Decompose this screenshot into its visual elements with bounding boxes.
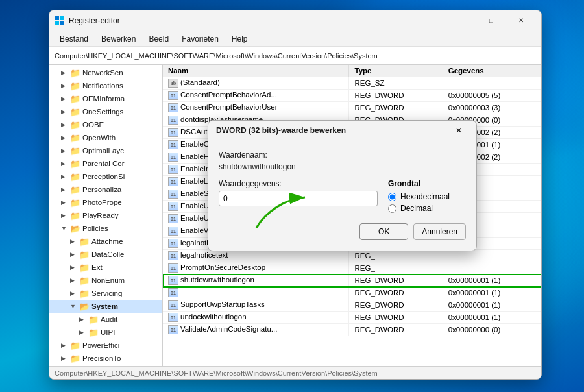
svg-rect-1 xyxy=(60,16,64,20)
table-row[interactable]: 01PromptOnSecureDesktopREG_ xyxy=(163,262,541,275)
tree-item-servicing[interactable]: ▶ 📁 Servicing xyxy=(49,287,162,300)
folder-icon: 📁 xyxy=(70,106,80,117)
waarde-gegevens-label: Waardegegevens: xyxy=(219,179,378,188)
folder-icon: 📁 xyxy=(70,158,80,169)
radio-hex[interactable] xyxy=(388,193,396,201)
radio-dec-label[interactable]: Decimaal xyxy=(388,204,466,213)
dialog-close-button[interactable]: ✕ xyxy=(449,123,468,138)
tree-item-oobe[interactable]: ▶ 📁 OOBE xyxy=(49,118,162,131)
waarde-gegevens-input[interactable] xyxy=(219,191,378,206)
tree-item-personaliza[interactable]: ▶ 📁 Personaliza xyxy=(49,183,162,196)
tree-item-optimallayc[interactable]: ▶ 📁 OptimalLayc xyxy=(49,144,162,157)
tree-label: System xyxy=(91,302,118,310)
table-row[interactable]: ab(Standaard)REG_SZ xyxy=(163,77,541,90)
cell-type: REG_DWORD xyxy=(349,287,443,299)
tree-label: Ext xyxy=(91,263,103,271)
waarde-naam-label: Waardenaam: xyxy=(219,151,466,160)
tree-item-datacolle[interactable]: ▶ 📁 DataColle xyxy=(49,248,162,261)
tree-item-policies[interactable]: ▼ 📂 Policies xyxy=(49,222,162,235)
table-row[interactable]: 01legalnoticetextREG_ xyxy=(163,250,541,262)
folder-icon: 📁 xyxy=(88,314,99,325)
chevron-icon: ▶ xyxy=(61,147,70,154)
tree-panel[interactable]: ▶ 📁 NetworkSen ▶ 📁 Notifications ▶ 📁 OEM… xyxy=(49,65,163,366)
tree-item-openwith[interactable]: ▶ 📁 OpenWith xyxy=(49,131,162,144)
cell-naam: 01shutdownwithoutlogon xyxy=(163,275,349,287)
svg-rect-3 xyxy=(60,21,64,25)
folder-icon: 📁 xyxy=(79,249,90,260)
cell-type: REG_SZ xyxy=(349,77,443,90)
tree-item-perception[interactable]: ▶ 📁 PerceptionSi xyxy=(49,170,162,183)
folder-icon: 📁 xyxy=(70,197,80,208)
tree-item-oeminforma[interactable]: ▶ 📁 OEMInforma xyxy=(49,92,162,105)
table-row[interactable]: 01ConsentPromptBehaviorUserREG_DWORD0x00… xyxy=(163,102,541,114)
cell-type: REG_DWORD xyxy=(349,90,443,102)
menu-favorieten[interactable]: Favorieten xyxy=(176,33,224,45)
tree-item-attachme[interactable]: ▶ 📁 Attachme xyxy=(49,235,162,248)
tree-item-system[interactable]: ▼ 📂 System xyxy=(49,300,162,313)
table-row[interactable]: 01undockwithoutlogonREG_DWORD0x00000001 … xyxy=(163,312,541,324)
chevron-icon: ▶ xyxy=(61,186,70,193)
tree-item-precisionto[interactable]: ▶ 📁 PrecisionTo xyxy=(49,352,162,365)
cell-naam: 01undockwithoutlogon xyxy=(163,312,349,324)
radio-hex-label[interactable]: Hexadecimaal xyxy=(388,192,466,201)
chevron-icon: ▶ xyxy=(61,82,70,89)
minimize-button[interactable]: — xyxy=(446,10,476,31)
folder-open-icon: 📂 xyxy=(70,223,80,234)
menu-help[interactable]: Help xyxy=(226,33,253,45)
tree-label: Notifications xyxy=(82,82,123,90)
cell-naam: ab(Standaard) xyxy=(163,77,349,90)
cell-type: REG_DWORD xyxy=(349,312,443,324)
tree-item-parental[interactable]: ▶ 📁 Parental Cor xyxy=(49,157,162,170)
tree-item-networksense[interactable]: ▶ 📁 NetworkSen xyxy=(49,66,162,79)
table-row[interactable]: 01ValidateAdminCodeSignatu...REG_DWORD0x… xyxy=(163,324,541,336)
menu-beeld[interactable]: Beeld xyxy=(143,33,174,45)
annuleren-button[interactable]: Annuleren xyxy=(413,223,466,240)
ok-button[interactable]: OK xyxy=(359,223,408,240)
tree-label: Personaliza xyxy=(82,186,121,193)
col-gegevens: Gegevens xyxy=(443,65,541,77)
folder-icon: 📁 xyxy=(70,353,80,363)
tree-label: Attachme xyxy=(91,238,123,245)
tree-item-photoprope[interactable]: ▶ 📁 PhotoPrope xyxy=(49,196,162,209)
chevron-icon: ▶ xyxy=(61,173,70,180)
tree-item-notifications[interactable]: ▶ 📁 Notifications xyxy=(49,79,162,92)
close-button[interactable]: ✕ xyxy=(506,10,536,31)
menu-bestand[interactable]: Bestand xyxy=(55,33,93,45)
maximize-button[interactable]: □ xyxy=(476,10,506,31)
table-row[interactable]: 01SupportUwpStartupTasksREG_DWORD0x00000… xyxy=(163,299,541,312)
table-row[interactable]: 01ConsentPromptBehaviorAd...REG_DWORD0x0… xyxy=(163,90,541,102)
chevron-icon: ▶ xyxy=(79,329,88,336)
chevron-icon: ▶ xyxy=(61,134,70,141)
dialog-body: Waardenaam: shutdownwithoutlogon Waardeg… xyxy=(208,140,476,251)
dialog-title: DWORD (32 bits)-waarde bewerken xyxy=(216,126,449,135)
cell-type: REG_ xyxy=(349,262,443,275)
folder-icon: 📁 xyxy=(70,340,80,350)
tree-item-uipi[interactable]: ▶ 📁 UIPI xyxy=(49,326,162,339)
folder-icon: 📁 xyxy=(70,171,80,182)
folder-icon: 📁 xyxy=(70,80,80,91)
tree-item-playready[interactable]: ▶ 📁 PlayReady xyxy=(49,209,162,222)
folder-icon: 📁 xyxy=(70,184,80,195)
app-icon xyxy=(55,16,65,26)
tree-item-onesettings[interactable]: ▶ 📁 OneSettings xyxy=(49,105,162,118)
chevron-icon: ▶ xyxy=(61,108,70,115)
radio-dec[interactable] xyxy=(388,204,396,213)
chevron-icon: ▶ xyxy=(70,264,79,271)
window-controls: — □ ✕ xyxy=(446,10,536,31)
waarde-naam-value: shutdownwithoutlogon xyxy=(219,162,466,171)
tree-item-nonenum[interactable]: ▶ 📁 NonEnum xyxy=(49,274,162,287)
table-row[interactable]: 01shutdownwithoutlogonREG_DWORD0x0000000… xyxy=(163,275,541,287)
tree-item-audit[interactable]: ▶ 📁 Audit xyxy=(49,313,162,326)
menu-bewerken[interactable]: Bewerken xyxy=(96,33,141,45)
folder-icon: 📁 xyxy=(79,288,90,299)
cell-gegevens: 0x00000003 (3) xyxy=(443,102,541,114)
chevron-icon: ▶ xyxy=(61,212,70,219)
tree-item-powereffici[interactable]: ▶ 📁 PowerEffici xyxy=(49,339,162,352)
folder-icon: 📁 xyxy=(70,93,80,104)
tree-label: OpenWith xyxy=(82,134,116,141)
cell-type: REG_DWORD xyxy=(349,275,443,287)
table-row[interactable]: 01REG_DWORD0x00000001 (1) xyxy=(163,287,541,299)
tree-label: UIPI xyxy=(101,328,115,336)
svg-rect-2 xyxy=(55,21,59,25)
tree-item-ext[interactable]: ▶ 📁 Ext xyxy=(49,261,162,274)
